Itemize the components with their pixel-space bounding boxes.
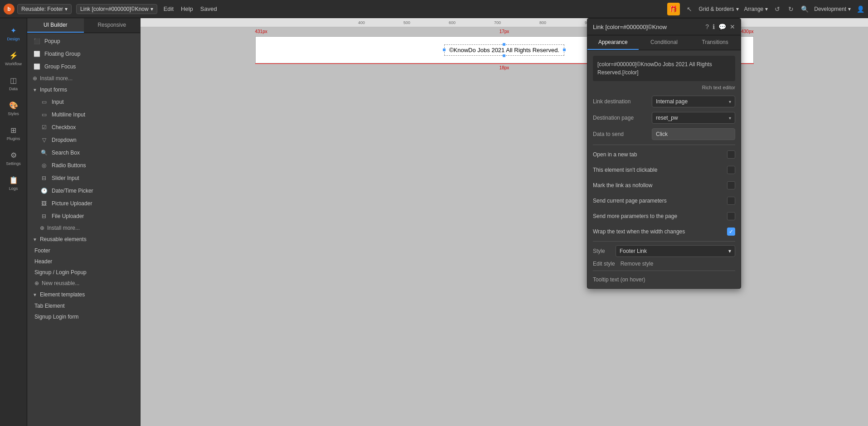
panel-item-picture-uploader[interactable]: 🖼 Picture Uploader: [27, 197, 140, 210]
element-selector[interactable]: Link [color=#000000]©Know ▾: [76, 4, 157, 14]
sidebar-item-data[interactable]: ◫ Data: [0, 72, 27, 95]
send-more-params-checkbox[interactable]: [727, 212, 735, 220]
sidebar-item-workflow[interactable]: ⚡ Workflow: [0, 47, 27, 70]
install-more-1[interactable]: ⊕ Install more...: [27, 73, 140, 84]
style-select-arrow: ▾: [728, 248, 731, 254]
link-destination-row: Link destination Internal page ▾: [593, 96, 735, 107]
tab-responsive[interactable]: Responsive: [84, 18, 141, 33]
resize-handle-bottom[interactable]: [503, 54, 505, 57]
dim-top: 17px: [499, 29, 509, 34]
menu-bar: Edit Help Saved: [164, 5, 217, 12]
cursor-tool[interactable]: ↖: [685, 5, 693, 13]
checkbox-open-new-tab: Open in a new tab: [593, 149, 735, 160]
help-icon[interactable]: ?: [705, 23, 709, 30]
panel-item-header[interactable]: Header: [27, 256, 140, 267]
tab-conditional[interactable]: Conditional: [639, 35, 690, 50]
panel-item-checkbox[interactable]: ☑ Checkbox: [27, 121, 140, 134]
not-clickable-checkbox[interactable]: [727, 166, 735, 174]
slider-icon: ⊟: [40, 174, 48, 182]
close-icon[interactable]: ✕: [730, 23, 735, 30]
arrange-button[interactable]: Arrange ▾: [744, 6, 768, 12]
right-panel: Link [color=#000000]©Know ? ℹ 💬 ✕ Appear…: [587, 18, 741, 289]
section-element-templates[interactable]: ▼ Element templates: [27, 289, 140, 300]
link-destination-arrow: ▾: [729, 99, 731, 104]
panel-item-radio[interactable]: ◎ Radio Buttons: [27, 159, 140, 172]
footer-text-element[interactable]: ©KnowDo Jobs 2021 All Rights Reserved.: [444, 44, 564, 56]
panel-item-floating-group[interactable]: ⬜ Floating Group: [27, 48, 140, 60]
dim-right-label: 430px: [741, 29, 753, 34]
comment-icon[interactable]: 💬: [718, 23, 726, 30]
reusable-selector[interactable]: Reusable: Footer ▾: [17, 4, 72, 14]
right-panel-tabs: Appearance Conditional Transitions: [587, 35, 741, 50]
styles-icon: 🎨: [9, 100, 19, 110]
left-panel-content: ⬛ Popup ⬜ Floating Group ⬜ Group Focus ⊕…: [27, 33, 140, 426]
sidebar-item-design[interactable]: ✦ Design: [0, 22, 27, 45]
install-more-2[interactable]: ⊕ Install more...: [27, 223, 140, 233]
panel-item-file-uploader[interactable]: ⊟ File Uploader: [27, 210, 140, 223]
user-avatar[interactable]: 👤: [856, 5, 864, 13]
tab-transitions[interactable]: Transitions: [689, 35, 741, 50]
style-select[interactable]: Footer Link ▾: [616, 245, 735, 257]
edit-style-link[interactable]: Edit style: [593, 261, 615, 267]
panel-item-group-focus[interactable]: ⬜ Group Focus: [27, 60, 140, 73]
open-new-tab-label: Open in a new tab: [593, 151, 637, 158]
open-new-tab-checkbox[interactable]: [727, 150, 735, 159]
help-menu[interactable]: Help: [181, 5, 193, 12]
resize-handle-left[interactable]: [443, 48, 446, 51]
link-destination-select[interactable]: Internal page ▾: [652, 96, 735, 107]
data-to-send-value[interactable]: Click: [652, 128, 735, 140]
section-arrow-input: ▼: [33, 87, 37, 92]
panel-item-signup-form[interactable]: Signup Login form: [27, 311, 140, 322]
not-clickable-label: This element isn't clickable: [593, 167, 657, 173]
topbar-right: 🎁 ↖ Grid & borders ▾ Arrange ▾ ↺ ↻ 🔍 Dev…: [667, 3, 864, 15]
send-current-params-checkbox[interactable]: [727, 197, 735, 205]
section-reusable-elements[interactable]: ▼ Reusable elements: [27, 233, 140, 245]
sidebar-item-plugins[interactable]: ⊞ Plugins: [0, 121, 27, 145]
info-icon[interactable]: ℹ: [713, 23, 715, 30]
panel-item-tab-element[interactable]: Tab Element: [27, 300, 140, 311]
destination-page-select[interactable]: reset_pw ▾: [652, 112, 735, 124]
nofollow-checkbox[interactable]: [727, 181, 735, 189]
rich-text-editor-link[interactable]: Rich text editor: [593, 85, 735, 90]
remove-style-link[interactable]: Remove style: [621, 261, 654, 267]
checkbox-not-clickable: This element isn't clickable: [593, 164, 735, 176]
send-current-params-label: Send current page parameters: [593, 198, 667, 204]
panel-item-multiline[interactable]: ▭ Multiline Input: [27, 108, 140, 121]
plus-icon-1: ⊕: [33, 75, 37, 82]
footer-copyright-text: ©KnowDo Jobs 2021 All Rights Reserved.: [449, 47, 559, 53]
section-input-forms[interactable]: ▼ Input forms: [27, 84, 140, 96]
popup-icon: ⬛: [33, 37, 41, 45]
sidebar-item-settings[interactable]: ⚙ Settings: [0, 146, 27, 169]
panel-item-popup[interactable]: ⬛ Popup: [27, 35, 140, 48]
style-row: Style Footer Link ▾: [593, 245, 735, 257]
plugins-icon: ⊞: [9, 125, 19, 135]
panel-item-datetime[interactable]: 🕐 Date/Time Picker: [27, 184, 140, 197]
data-icon: ◫: [9, 75, 19, 85]
panel-item-slider[interactable]: ⊟ Slider Input: [27, 172, 140, 184]
panel-item-dropdown[interactable]: ▽ Dropdown: [27, 134, 140, 146]
gift-button[interactable]: 🎁: [667, 3, 680, 15]
picture-uploader-icon: 🖼: [40, 199, 48, 208]
sidebar-item-logs[interactable]: 📋 Logs: [0, 171, 27, 194]
right-panel-title: Link [color=#000000]©Know: [593, 24, 702, 30]
grid-borders-button[interactable]: Grid & borders ▾: [699, 6, 739, 12]
wrap-text-checkbox[interactable]: ✓: [727, 228, 735, 236]
sidebar-item-styles[interactable]: 🎨 Styles: [0, 97, 27, 120]
panel-item-signup-popup[interactable]: Signup / Login Popup: [27, 267, 140, 278]
undo-button[interactable]: ↺: [773, 5, 781, 13]
new-reusable[interactable]: ⊕ New reusable...: [27, 278, 140, 289]
tab-appearance[interactable]: Appearance: [587, 35, 639, 50]
resize-handle-top[interactable]: [503, 43, 505, 46]
panel-item-footer[interactable]: Footer: [27, 245, 140, 256]
panel-item-search-box[interactable]: 🔍 Search Box: [27, 146, 140, 159]
dev-mode-button[interactable]: Development ▾: [814, 6, 851, 12]
text-content-box[interactable]: [color=#000000]©KnowDo Jobs 2021 All Rig…: [593, 56, 735, 81]
search-button[interactable]: 🔍: [800, 5, 809, 13]
edit-menu[interactable]: Edit: [164, 5, 174, 12]
tab-ui-builder[interactable]: UI Builder: [27, 18, 84, 33]
link-destination-label: Link destination: [593, 98, 652, 105]
right-panel-body: [color=#000000]©KnowDo Jobs 2021 All Rig…: [587, 50, 741, 288]
redo-button[interactable]: ↻: [787, 5, 795, 13]
resize-handle-right[interactable]: [563, 48, 566, 51]
panel-item-input[interactable]: ▭ Input: [27, 96, 140, 108]
